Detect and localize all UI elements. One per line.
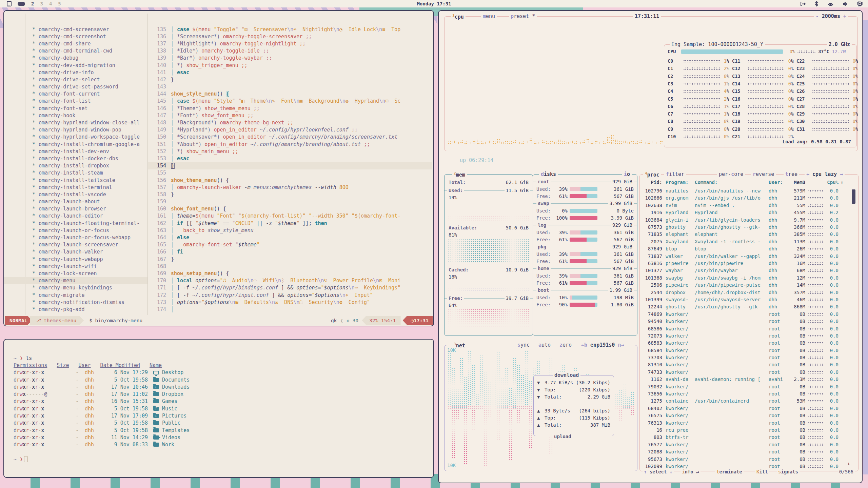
- code-line[interactable]: 142 }: [148, 76, 432, 83]
- code-line[interactable]: 150 │ *Screensaver*) open_in_editor ~/.c…: [148, 134, 432, 141]
- code-line[interactable]: 161 │ theme=$(menu "Font" "$(omarchy-fon…: [148, 212, 432, 220]
- code-line[interactable]: 167 }: [148, 256, 432, 263]
- code-line[interactable]: 157 │ omarchy-launch-walker -m menus:oma…: [148, 184, 432, 191]
- filter-button[interactable]: filter: [664, 171, 686, 177]
- logout-icon[interactable]: [800, 1, 806, 6]
- file-list-item[interactable]: * omarchy-install-dev-env: [4, 148, 147, 155]
- file-list-item[interactable]: * omarchy-dev-add-migration: [4, 62, 147, 69]
- code-line[interactable]: 136 │ *Screensaver*) omarchy-toggle-scre…: [148, 33, 432, 40]
- proc-row[interactable]: 12244 ghostty /usr/bin/ghostty --gtk- dh…: [643, 303, 855, 310]
- file-list-item[interactable]: * omarchy-cmd-screensaver: [4, 26, 147, 33]
- file-list-item[interactable]: * omarchy-install-tailscale: [4, 177, 147, 184]
- proc-row[interactable]: 102638 nvim nvim --embed . dhh 55M 0.0: [643, 202, 855, 209]
- proc-row[interactable]: 76313 kworker/ root 0B 0.0: [643, 419, 855, 426]
- file-list-item[interactable]: * omarchy-launch-editor: [4, 212, 147, 220]
- sort-column[interactable]: ← cpu lazy →: [805, 171, 845, 177]
- code-line[interactable]: 158 }: [148, 191, 432, 198]
- git-branch[interactable]: ⎇ themes-menu: [30, 316, 84, 325]
- code-line[interactable]: 162 │ if [[ "$theme" == "CNCLD" || -z "$…: [148, 220, 432, 227]
- prompt-line[interactable]: ~ ❯ ls: [14, 354, 427, 362]
- proc-row[interactable]: 16 rcu_pree root 0B 0.0: [643, 426, 855, 433]
- wifi-icon[interactable]: [827, 1, 834, 6]
- net-interface[interactable]: ←b enp191s0 n→: [579, 342, 626, 348]
- file-list-item[interactable]: * omarchy-launch-webapp: [4, 256, 147, 263]
- proc-row[interactable]: 2544 dropbox /home/dhh/.dropbox-dist dhh…: [643, 289, 855, 296]
- proc-row[interactable]: 81310 kworker/ root 0B 0.0: [643, 361, 855, 368]
- update-interval[interactable]: - - 2000ms +2000ms +: [814, 13, 848, 19]
- proc-row[interactable]: 68586 kworker/ root 0B 0.0: [643, 325, 855, 332]
- proc-row[interactable]: 101377 waybar /usr/bin/waybar dhh 68M 0.…: [643, 267, 855, 274]
- proc-row[interactable]: 73656 kworker/ root 0B 0.0: [643, 390, 855, 397]
- select-hint[interactable]: ↑ select ↓: [643, 469, 674, 474]
- ls-row[interactable]: drwxr-xr-x - dhh 5 Oct 19:58 Music: [14, 405, 427, 412]
- ls-row[interactable]: drwxr-xr-x - dhh 6 Nov 17:29 Desktop: [14, 369, 427, 376]
- proc-row[interactable]: 95673 kworker/ root 0B 0.0: [643, 455, 855, 463]
- proc-row[interactable]: 1275 containe /usr/bin/containerd root 5…: [643, 398, 855, 405]
- file-list-item[interactable]: * omarchy-install-chromium-google-a: [4, 141, 147, 148]
- proc-scrollbar[interactable]: [852, 189, 855, 204]
- cpu-box-title[interactable]: 1cpu: [451, 13, 466, 20]
- net-zero-button[interactable]: zero: [558, 342, 573, 348]
- net-sync-button[interactable]: sync: [516, 342, 531, 348]
- bluetooth-icon[interactable]: [815, 1, 818, 6]
- file-list-item[interactable]: * omarchy-launch-wifi: [4, 263, 147, 270]
- code-line[interactable]: 171 │ [ -f ~/.config/hypr/bindings.conf …: [148, 284, 432, 291]
- code-line[interactable]: 168: [148, 263, 432, 270]
- code-line[interactable]: 137 │ *Nightlight*) omarchy-toggle-night…: [148, 40, 432, 47]
- file-list-item[interactable]: * omarchy-install-steam: [4, 169, 147, 177]
- file-list-item[interactable]: * omarchy-launch-browser: [4, 205, 147, 212]
- proc-row[interactable]: 101368 swaybg /usr/bin/swaybg -i /hom dh…: [643, 274, 855, 281]
- proc-row[interactable]: 1162 avahi-da avahi-daemon: running [ av…: [643, 376, 855, 383]
- file-list-item[interactable]: * omarchy-drive-select: [4, 76, 147, 83]
- proc-row[interactable]: 68584 kworker/ root 0B 0.0: [643, 347, 855, 354]
- file-list-item[interactable]: * omarchy-migrate: [4, 291, 147, 299]
- code-line[interactable]: 140 │ *) show_trigger_menu ;;: [148, 62, 432, 69]
- proc-row[interactable]: 803 btrfs-tr root 0B 0.0: [643, 434, 855, 441]
- file-list-item[interactable]: * omarchy-cmd-share: [4, 40, 147, 47]
- cpu-chip-icon[interactable]: [857, 1, 863, 6]
- disks-box-title[interactable]: ddisksisks: [539, 171, 558, 177]
- code-line[interactable]: 149 │ *Hyprland*) open_in_editor ~/.conf…: [148, 126, 432, 134]
- code-line[interactable]: 147 │ *Font*) show_font_menu ;;: [148, 112, 432, 119]
- menu-button[interactable]: menu: [481, 13, 497, 19]
- code-line[interactable]: 146 │ *Theme*) show_theme_menu ;;: [148, 105, 432, 112]
- proc-row[interactable]: 68402 kworker/ root 0B 0.0: [643, 405, 855, 412]
- file-list-item[interactable]: * omarchy-hyprland-window-close-all: [4, 119, 147, 126]
- file-list-item[interactable]: * omarchy-launch-walker: [4, 248, 147, 256]
- file-list-item[interactable]: * omarchy-launch-or-focus-webapp: [4, 234, 147, 241]
- ls-row[interactable]: drwxr-xr-x - dhh 9 Nov 08:33 Work: [14, 441, 427, 448]
- file-list-item[interactable]: * omarchy-launch-screensaver: [4, 241, 147, 248]
- code-line[interactable]: 143: [148, 83, 432, 90]
- net-auto-button[interactable]: auto: [537, 342, 552, 348]
- proc-row[interactable]: 102866 org.gnom /usr/bin/gjs /usr/lib/o …: [643, 195, 855, 202]
- code-line[interactable]: 163 │ back_to show_style_menu: [148, 227, 432, 234]
- tree-button[interactable]: tree: [784, 171, 799, 177]
- proc-row[interactable]: 71837 walker /usr/bin/walker --gappl dhh…: [643, 252, 855, 260]
- volume-icon[interactable]: [843, 1, 848, 6]
- file-list-item[interactable]: * omarchy-drive-set-password: [4, 83, 147, 90]
- code-line[interactable]: 139 │ *Bar*) omarchy-toggle-waybar ;;: [148, 55, 432, 62]
- workspace-active-pill[interactable]: [18, 2, 25, 6]
- code-line[interactable]: 144 show_style_menu() {: [148, 90, 432, 98]
- kill-button[interactable]: Kill: [755, 469, 769, 474]
- code-line[interactable]: 172 │ [ -f ~/.config/hypr/input.conf ] &…: [148, 291, 432, 299]
- workspace-number[interactable]: 4: [49, 1, 52, 6]
- file-list-item[interactable]: * omarchy-debug: [4, 55, 147, 62]
- file-list-item[interactable]: * omarchy-launch-floating-terminal-: [4, 220, 147, 227]
- file-list-item[interactable]: * omarchy-lock-screen: [4, 270, 147, 277]
- preset-button[interactable]: preset *: [509, 13, 537, 19]
- code-line[interactable]: 138 │ *Idle*) omarchy-toggle-idle ;;: [148, 47, 432, 55]
- terminate-button[interactable]: terminate: [715, 469, 744, 474]
- file-list-item[interactable]: * omarchy-drive-info: [4, 69, 147, 76]
- code-line[interactable]: 141 │ esac: [148, 69, 432, 76]
- signals-button[interactable]: signals: [777, 469, 800, 474]
- ls-row[interactable]: drwxr-xr-x - dhh 5 Oct 19:58 Public: [14, 420, 427, 427]
- io-button[interactable]: io: [622, 171, 632, 177]
- code-line[interactable]: 165 │ omarchy-font-set "$theme": [148, 241, 432, 248]
- file-list-item[interactable]: * omarchy-hook: [4, 112, 147, 119]
- proc-row[interactable]: 103684 glycin-i /usr/lib/glycin-loaders …: [643, 216, 855, 223]
- info-button[interactable]: info ↵: [680, 469, 701, 474]
- workspace-number[interactable]: 2: [31, 1, 34, 6]
- ls-row[interactable]: drwx------@ - dhh 17 Nov 11:02 Dropbox: [14, 390, 427, 398]
- file-list-item[interactable]: * omarchy-hyprland-workspace-toggle: [4, 134, 147, 141]
